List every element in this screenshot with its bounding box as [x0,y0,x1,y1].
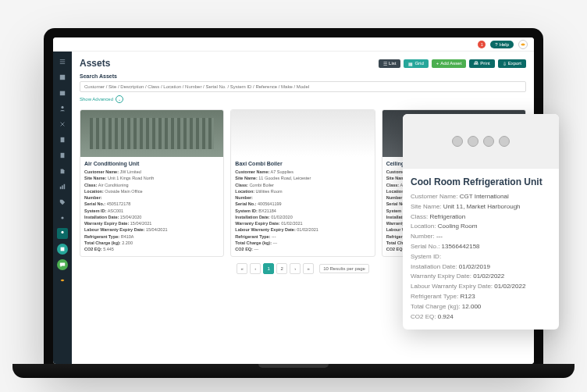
asset-card[interactable]: Air Conditioning Unit Customer Name: JW … [80,109,224,257]
svg-rect-5 [60,187,62,189]
popout-title: Cool Room Refrigeration Unit [411,176,551,187]
popout-image [403,114,559,169]
sidebar-item-chat[interactable] [57,259,68,270]
add-asset-button[interactable]: + Add Asset [432,59,467,68]
notification-badge[interactable]: 1 [478,41,486,48]
svg-rect-6 [62,185,63,189]
sidebar-item-files[interactable] [57,166,68,176]
sidebar-item-invoices[interactable] [57,150,68,161]
asset-card[interactable]: Baxi Combi Boiler Customer Name: A7 Supp… [230,109,375,257]
results-per-page[interactable]: 10 Results per page [319,264,369,273]
asset-image [80,110,223,157]
toolbar: ☰ List ▦ Grid + Add Asset 🖶 Print ⇩ Expo… [379,59,526,68]
svg-rect-4 [61,153,65,158]
menu-icon[interactable] [57,56,68,67]
sidebar-item-jobs[interactable] [57,119,68,130]
sidebar-item-tags[interactable] [57,197,68,208]
pager-page[interactable]: 1 [263,263,274,274]
laptop-base [12,364,575,378]
sidebar-item-quotes[interactable] [57,134,68,145]
search-input[interactable] [80,81,526,92]
fan-icon [452,136,463,147]
sidebar [53,52,72,364]
chevron-down-icon: ⌄ [116,95,123,103]
sidebar-item-settings[interactable] [57,212,68,223]
view-list-button[interactable]: ☰ List [379,59,400,68]
sidebar-item-dashboard[interactable] [57,72,68,83]
top-bar: 1 ? Help [53,37,534,52]
sidebar-item-add[interactable] [57,244,68,255]
page-header: Assets ☰ List ▦ Grid + Add Asset 🖶 Print… [80,58,526,69]
export-button[interactable]: ⇩ Export [498,59,526,68]
brand-logo [518,40,528,49]
svg-point-8 [61,216,63,219]
pager-prev[interactable]: ‹ [250,263,261,274]
asset-detail-popout: Cool Room Refrigeration Unit Customer Na… [403,114,559,330]
asset-image [231,110,374,157]
svg-point-2 [61,106,63,109]
pager-next[interactable]: › [290,263,301,274]
sidebar-item-calendar[interactable] [57,87,68,98]
help-button[interactable]: ? Help [490,41,514,48]
svg-point-9 [61,231,63,233]
svg-rect-3 [61,137,65,142]
page-title: Assets [80,58,110,69]
asset-title: Baxi Combi Boiler [235,161,370,166]
sidebar-item-customers[interactable] [57,103,68,114]
print-button[interactable]: 🖶 Print [469,59,494,68]
sidebar-item-reports[interactable] [57,181,68,192]
pager-last[interactable]: » [303,263,314,274]
laptop-frame: 1 ? Help [44,28,543,364]
fan-icon [483,136,494,147]
svg-rect-7 [64,184,66,189]
view-grid-button[interactable]: ▦ Grid [404,59,428,68]
svg-rect-0 [60,75,65,80]
fan-icon [499,136,510,147]
search-label: Search Assets [80,73,526,79]
fan-icon [468,136,478,147]
pager-first[interactable]: « [237,263,247,274]
svg-rect-1 [60,91,65,96]
pager-page[interactable]: 2 [276,263,287,274]
asset-title: Air Conditioning Unit [84,161,219,166]
svg-rect-10 [61,248,65,251]
sidebar-item-assets[interactable] [57,228,68,239]
show-advanced-toggle[interactable]: Show Advanced ⌄ [80,95,526,103]
sidebar-item-brand [57,275,68,286]
